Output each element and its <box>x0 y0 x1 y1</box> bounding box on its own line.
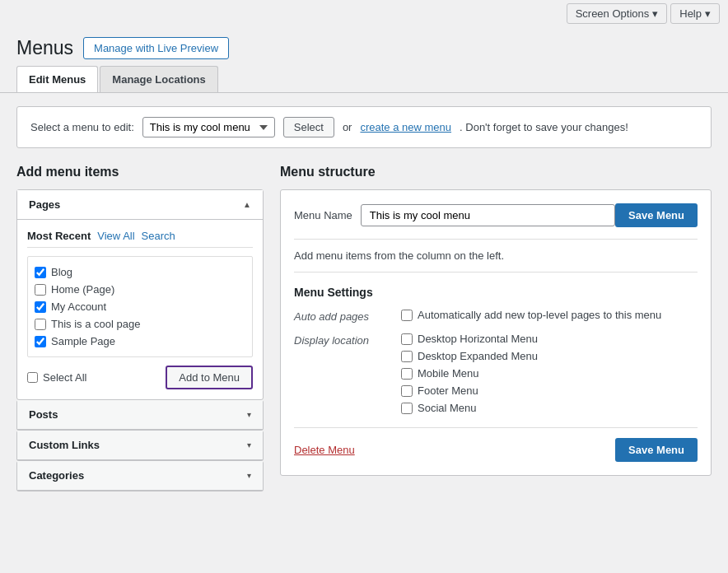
auto-add-checkbox[interactable] <box>401 310 413 321</box>
live-preview-button[interactable]: Manage with Live Preview <box>83 37 229 59</box>
accordion-pages-body: Most Recent View All Search Blog Home (P… <box>17 220 263 399</box>
desktop-expanded-checkbox[interactable] <box>401 351 413 362</box>
cool-page-checkbox[interactable] <box>35 319 46 330</box>
auto-add-option-text: Automatically add new top-level pages to… <box>418 309 661 321</box>
list-item: Blog <box>35 263 245 281</box>
accordion-pages-label: Pages <box>29 198 60 211</box>
blog-checkbox[interactable] <box>35 267 46 278</box>
accordion-posts: Posts ▾ <box>16 400 264 431</box>
accordion-pages: Pages ▲ Most Recent View All Search Blog <box>16 189 264 400</box>
add-items-hint: Add menu items from the column on the le… <box>294 239 698 273</box>
home-label: Home (Page) <box>51 283 114 296</box>
accordion-categories-header[interactable]: Categories ▾ <box>17 461 263 491</box>
menu-settings: Menu Settings Auto add pages Automatical… <box>294 286 698 414</box>
menu-name-input[interactable] <box>361 204 615 226</box>
mobile-menu-text: Mobile Menu <box>418 367 478 380</box>
help-button[interactable]: Help ▾ <box>670 3 720 24</box>
blog-label: Blog <box>51 266 72 278</box>
footer-menu-text: Footer Menu <box>418 384 478 397</box>
accordion-posts-header[interactable]: Posts ▾ <box>17 400 263 430</box>
add-to-menu-button[interactable]: Add to Menu <box>166 366 253 389</box>
cool-page-label: This is a cool page <box>51 318 140 330</box>
list-item: Home (Page) <box>35 281 245 298</box>
select-all-row: Select All <box>27 371 86 384</box>
desktop-expanded-label[interactable]: Desktop Expanded Menu <box>401 350 538 362</box>
sample-page-label: Sample Page <box>51 335 115 347</box>
footer-menu-checkbox[interactable] <box>401 385 413 397</box>
sub-tab-view-all[interactable]: View All <box>97 230 134 242</box>
accordion-custom-links-header[interactable]: Custom Links ▾ <box>17 431 263 460</box>
page-title: Menus <box>16 37 73 59</box>
menu-structure-heading: Menu structure <box>280 165 712 179</box>
menu-name-row: Menu Name Save Menu <box>294 203 698 227</box>
menu-structure-panel: Menu Name Save Menu Add menu items from … <box>280 189 712 476</box>
left-column: Add menu items Pages ▲ Most Recent View … <box>16 165 264 491</box>
desktop-horizontal-text: Desktop Horizontal Menu <box>418 333 538 345</box>
auto-add-label: Auto add pages <box>294 309 401 323</box>
select-menu-label: Select a menu to edit: <box>30 121 134 133</box>
desktop-expanded-text: Desktop Expanded Menu <box>418 350 538 362</box>
help-label: Help <box>679 7 702 20</box>
pages-checkbox-list: Blog Home (Page) My Account This is <box>27 256 253 357</box>
list-item: Sample Page <box>35 333 245 350</box>
mobile-menu-label[interactable]: Mobile Menu <box>401 367 538 380</box>
accordion-pages-arrow-icon: ▲ <box>243 200 251 209</box>
screen-options-button[interactable]: Screen Options ▾ <box>567 3 668 24</box>
auto-add-options: Automatically add new top-level pages to… <box>401 309 661 321</box>
desktop-horizontal-checkbox[interactable] <box>401 333 413 345</box>
social-menu-text: Social Menu <box>418 402 477 414</box>
accordion-custom-links-arrow-icon: ▾ <box>247 440 251 450</box>
help-arrow-icon: ▾ <box>705 7 711 20</box>
list-item: This is a cool page <box>35 315 245 333</box>
select-menu-button[interactable]: Select <box>283 117 334 137</box>
display-location-options: Desktop Horizontal Menu Desktop Expanded… <box>401 333 538 414</box>
or-text: or <box>343 121 352 133</box>
sample-page-checkbox[interactable] <box>35 336 46 347</box>
accordion-pages-header[interactable]: Pages ▲ <box>17 190 263 220</box>
add-menu-items-heading: Add menu items <box>16 165 264 179</box>
my-account-checkbox[interactable] <box>35 301 46 313</box>
display-location-label: Display location <box>294 333 401 347</box>
accordion-custom-links-label: Custom Links <box>29 439 100 451</box>
list-item: My Account <box>35 298 245 315</box>
social-menu-label[interactable]: Social Menu <box>401 402 538 414</box>
home-checkbox[interactable] <box>35 284 46 296</box>
right-column: Menu structure Menu Name Save Menu Add m… <box>280 165 712 476</box>
pages-footer: Select All Add to Menu <box>27 366 253 389</box>
save-menu-button-top[interactable]: Save Menu <box>615 203 698 227</box>
menu-select-dropdown[interactable]: This is my cool menu <box>142 117 275 137</box>
display-location-row: Display location Desktop Horizontal Menu… <box>294 333 698 414</box>
footer-menu-label[interactable]: Footer Menu <box>401 384 538 397</box>
save-menu-button-bottom[interactable]: Save Menu <box>615 438 698 462</box>
two-column-layout: Add menu items Pages ▲ Most Recent View … <box>16 165 712 491</box>
page-header: Menus Manage with Live Preview <box>0 27 728 66</box>
delete-menu-button[interactable]: Delete Menu <box>294 444 355 456</box>
select-menu-bar: Select a menu to edit: This is my cool m… <box>16 106 712 148</box>
menu-footer: Delete Menu Save Menu <box>294 427 698 462</box>
tab-manage-locations[interactable]: Manage Locations <box>100 66 217 92</box>
top-bar: Screen Options ▾ Help ▾ <box>0 0 728 27</box>
accordion-posts-label: Posts <box>29 408 58 421</box>
social-menu-checkbox[interactable] <box>401 403 413 414</box>
sub-tab-most-recent[interactable]: Most Recent <box>27 230 91 242</box>
accordion-categories-arrow-icon: ▾ <box>247 471 251 480</box>
sub-tab-search[interactable]: Search <box>142 230 175 242</box>
screen-options-label: Screen Options <box>576 7 650 20</box>
menu-settings-heading: Menu Settings <box>294 286 698 299</box>
my-account-label: My Account <box>51 300 106 313</box>
tabs-bar: Edit Menus Manage Locations <box>0 66 728 93</box>
accordion-posts-arrow-icon: ▾ <box>247 410 251 419</box>
dont-forget-text: . Don't forget to save your changes! <box>460 121 628 133</box>
accordion-categories-label: Categories <box>29 469 84 482</box>
select-all-checkbox[interactable] <box>27 372 38 383</box>
auto-add-pages-row: Auto add pages Automatically add new top… <box>294 309 698 323</box>
screen-options-arrow-icon: ▾ <box>652 7 658 20</box>
desktop-horizontal-label[interactable]: Desktop Horizontal Menu <box>401 333 538 345</box>
create-new-menu-link[interactable]: create a new menu <box>360 121 451 133</box>
select-all-label: Select All <box>43 371 86 384</box>
menu-name-label: Menu Name <box>294 209 352 221</box>
auto-add-option-label[interactable]: Automatically add new top-level pages to… <box>401 309 661 321</box>
mobile-menu-checkbox[interactable] <box>401 368 413 380</box>
main-content: Select a menu to edit: This is my cool m… <box>0 93 728 505</box>
tab-edit-menus[interactable]: Edit Menus <box>16 66 98 92</box>
